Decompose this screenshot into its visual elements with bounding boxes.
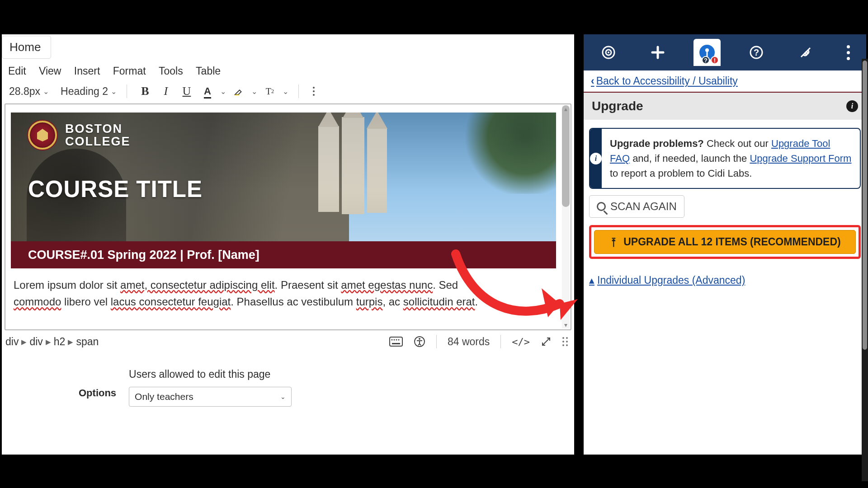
font-size-value: 28.8px: [9, 85, 40, 98]
back-link[interactable]: ‹ Back to Accessibility / Usability: [589, 73, 861, 92]
support-form-link[interactable]: Upgrade Support Form: [750, 153, 851, 164]
upload-icon: ⭱: [609, 236, 619, 248]
search-icon: [597, 202, 606, 211]
rich-text-editor[interactable]: ▴ ▾ BOSTON COLLEGE: [5, 103, 571, 330]
window-scrollbar-thumb[interactable]: [863, 61, 867, 350]
bold-button[interactable]: B: [137, 84, 153, 99]
design-tools-sidebar: ? ! ? ‹ Back to Accessibility / Usabilit…: [584, 34, 866, 455]
superscript-button[interactable]: T2: [262, 84, 278, 99]
toolbar-separator: [298, 84, 299, 98]
chevron-down-icon: ⌄: [280, 393, 286, 400]
scroll-down-icon[interactable]: ▾: [562, 322, 569, 328]
info-icon[interactable]: i: [846, 100, 858, 112]
menu-table[interactable]: Table: [196, 65, 221, 77]
institution-name: BOSTON COLLEGE: [65, 122, 131, 148]
font-size-dropdown[interactable]: 28.8px ⌄: [9, 85, 49, 98]
chevron-left-icon: ‹: [591, 75, 594, 87]
menu-format[interactable]: Format: [113, 65, 146, 77]
course-banner: BOSTON COLLEGE COURSE TITLE COURSE#.01 S…: [11, 113, 556, 268]
scan-again-button[interactable]: SCAN AGAIN: [589, 195, 684, 218]
italic-button[interactable]: I: [158, 84, 174, 99]
svg-point-11: [608, 52, 609, 53]
app-stage: Home Edit View Insert Format Tools Table…: [0, 33, 868, 455]
svg-rect-2: [392, 343, 400, 344]
upgrade-all-label: UPGRADE ALL 12 ITEMS (RECOMMENDED): [623, 236, 840, 248]
accessibility-checker-icon[interactable]: [414, 336, 425, 347]
html-view-button[interactable]: </>: [512, 336, 530, 347]
page-title-input[interactable]: Home: [2, 36, 51, 59]
more-toolbar-button[interactable]: [309, 85, 319, 98]
panel-header: Upgrade i: [584, 92, 866, 120]
menu-view[interactable]: View: [39, 65, 61, 77]
element-breadcrumb[interactable]: div▸div▸h2▸span: [5, 336, 99, 348]
svg-point-4: [393, 339, 395, 341]
svg-point-8: [419, 338, 420, 340]
page-options: Options Users allowed to edit this page …: [2, 350, 574, 407]
tab-help[interactable]: ?: [743, 39, 770, 66]
editor-content[interactable]: BOSTON COLLEGE COURSE TITLE COURSE#.01 S…: [5, 104, 561, 329]
block-format-value: Heading 2: [61, 85, 108, 98]
edit-permission-label: Users allowed to edit this page: [129, 368, 292, 380]
callout-text: Upgrade problems? Check out our Upgrade …: [602, 129, 860, 188]
scan-again-label: SCAN AGAIN: [610, 200, 677, 213]
back-link-text: Back to Accessibility / Usability: [596, 75, 738, 87]
caret-up-icon: ▴: [589, 274, 594, 286]
select-value: Only teachers: [135, 391, 193, 402]
svg-point-3: [391, 339, 392, 341]
editor-toolbar: 28.8px ⌄ Heading 2 ⌄ B I U A ⌄ ⌄ T2 ⌄: [2, 81, 574, 103]
individual-upgrades-label: Individual Upgrades (Advanced): [597, 274, 745, 286]
upgrade-info-callout: i Upgrade problems? Check out our Upgrad…: [589, 128, 861, 189]
institution-logo: BOSTON COLLEGE: [28, 121, 131, 150]
chevron-down-icon: ⌄: [111, 87, 117, 96]
word-count: 84 words: [448, 336, 490, 348]
alert-badge-icon: !: [711, 56, 719, 64]
block-format-dropdown[interactable]: Heading 2 ⌄: [61, 85, 117, 98]
tab-tools[interactable]: [792, 39, 819, 66]
course-subtitle-band: COURSE#.01 Spring 2022 | Prof. [Name]: [11, 241, 556, 268]
editor-pane: Home Edit View Insert Format Tools Table…: [2, 34, 574, 455]
seal-icon: [28, 121, 57, 150]
upgrade-all-button[interactable]: ⭱ UPGRADE ALL 12 ITEMS (RECOMMENDED): [594, 230, 856, 254]
menu-edit[interactable]: Edit: [8, 65, 26, 77]
keyboard-icon[interactable]: [389, 337, 403, 347]
tab-add[interactable]: [644, 39, 671, 66]
tab-target[interactable]: [595, 39, 622, 66]
chevron-down-icon[interactable]: ⌄: [251, 87, 257, 96]
chevron-down-icon[interactable]: ⌄: [220, 87, 226, 96]
svg-rect-0: [235, 94, 239, 95]
course-title-heading: COURSE TITLE: [28, 176, 203, 202]
scroll-up-icon[interactable]: ▴: [562, 106, 569, 112]
tab-accessibility[interactable]: ? !: [693, 39, 721, 66]
sidebar-tabbar: ? ! ?: [584, 34, 866, 70]
edit-permission-select[interactable]: Only teachers ⌄: [129, 387, 292, 407]
tab-more[interactable]: [841, 39, 855, 66]
editor-scrollbar-thumb[interactable]: [562, 105, 570, 207]
menu-insert[interactable]: Insert: [74, 65, 100, 77]
individual-upgrades-toggle[interactable]: ▴ Individual Upgrades (Advanced): [589, 274, 861, 286]
svg-point-5: [396, 339, 397, 341]
info-icon: i: [590, 129, 602, 188]
svg-point-6: [398, 339, 399, 341]
editor-menubar: Edit View Insert Format Tools Table: [2, 63, 574, 81]
underline-button[interactable]: U: [179, 84, 195, 99]
chevron-down-icon[interactable]: ⌄: [283, 87, 288, 96]
body-paragraph: Lorem ipsum dolor sit amet, consectetur …: [11, 268, 556, 310]
resize-handle-icon[interactable]: [562, 337, 568, 346]
highlight-button[interactable]: [231, 84, 247, 99]
svg-text:?: ?: [754, 47, 759, 57]
options-label: Options: [79, 368, 116, 399]
toolbar-separator: [127, 84, 127, 98]
question-badge-icon: ?: [702, 56, 710, 64]
chevron-down-icon: ⌄: [43, 87, 49, 96]
upgrade-all-highlight: ⭱ UPGRADE ALL 12 ITEMS (RECOMMENDED): [589, 225, 861, 259]
window-scrollbar[interactable]: [862, 59, 868, 481]
fullscreen-icon[interactable]: [541, 336, 552, 347]
text-color-button[interactable]: A: [199, 84, 216, 99]
panel-title: Upgrade: [592, 99, 643, 113]
menu-tools[interactable]: Tools: [159, 65, 183, 77]
svg-rect-1: [390, 337, 402, 346]
editor-statusbar: div▸div▸h2▸span 84 words </>: [2, 330, 574, 350]
